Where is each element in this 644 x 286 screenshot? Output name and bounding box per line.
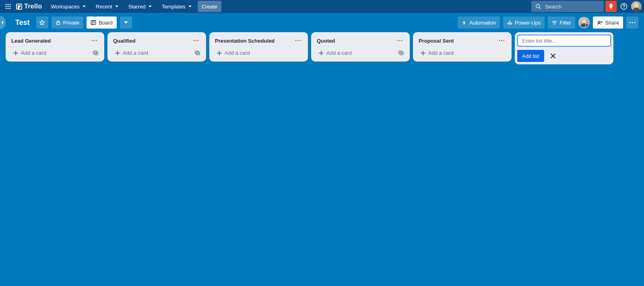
add-card-button[interactable]: Add a card bbox=[214, 48, 304, 58]
chevron-down-icon bbox=[82, 4, 86, 8]
chevron-down-icon bbox=[115, 4, 119, 8]
svg-point-12 bbox=[623, 8, 624, 8]
list: Proposal Sent ··· Add a card bbox=[413, 32, 512, 62]
svg-point-2 bbox=[10, 4, 11, 5]
list: Lead Generated ··· Add a card bbox=[6, 32, 104, 62]
plus-icon bbox=[115, 50, 120, 56]
plus-icon bbox=[217, 50, 222, 56]
list-title[interactable]: Presentation Scheduled bbox=[215, 38, 275, 44]
board-menu-button[interactable] bbox=[626, 16, 638, 29]
nav-starred[interactable]: Starred bbox=[124, 1, 156, 12]
search-input[interactable] bbox=[544, 3, 600, 10]
share-button[interactable]: Share bbox=[593, 16, 623, 29]
nav-label: Recent bbox=[96, 4, 112, 10]
star-icon bbox=[39, 20, 45, 26]
add-card-label: Add a card bbox=[123, 50, 148, 56]
svg-point-0 bbox=[6, 4, 7, 5]
apps-switcher-icon[interactable] bbox=[2, 1, 14, 12]
board-title[interactable]: Test bbox=[12, 19, 33, 27]
add-card-label: Add a card bbox=[21, 50, 46, 56]
add-list-submit-button[interactable]: Add list bbox=[517, 50, 544, 62]
plus-icon bbox=[13, 50, 19, 56]
svg-point-25 bbox=[634, 22, 635, 23]
help-button[interactable] bbox=[618, 1, 630, 12]
svg-point-20 bbox=[598, 21, 600, 23]
brand-logo[interactable]: Trello bbox=[15, 3, 45, 10]
filter-button[interactable]: Filter bbox=[548, 16, 575, 29]
add-card-label: Add a card bbox=[225, 50, 250, 56]
user-avatar[interactable] bbox=[631, 1, 642, 12]
privacy-label: Private bbox=[63, 20, 79, 26]
list-menu-button[interactable]: ··· bbox=[90, 36, 99, 45]
board-view-button[interactable]: Board bbox=[87, 16, 117, 29]
nav-recent[interactable]: Recent bbox=[92, 1, 123, 12]
add-card-label: Add a card bbox=[326, 50, 352, 56]
plus-icon bbox=[420, 50, 426, 56]
svg-point-9 bbox=[536, 4, 540, 8]
svg-point-7 bbox=[8, 8, 9, 9]
close-icon bbox=[550, 53, 556, 59]
share-label: Share bbox=[605, 20, 619, 26]
plus-icon bbox=[318, 50, 324, 56]
list: Quoted ··· Add a card bbox=[311, 32, 410, 62]
card-template-button[interactable] bbox=[396, 48, 406, 58]
help-icon bbox=[620, 3, 627, 10]
add-card-button[interactable]: Add a card bbox=[112, 48, 193, 58]
add-card-label: Add a card bbox=[428, 50, 454, 56]
nav-label: Workspaces bbox=[51, 4, 79, 10]
list-menu-button[interactable]: ··· bbox=[395, 36, 405, 45]
share-icon bbox=[597, 20, 603, 25]
add-list-composer: Add list bbox=[515, 32, 613, 64]
power-ups-button[interactable]: Power-Ups bbox=[503, 16, 545, 29]
svg-point-24 bbox=[632, 22, 633, 23]
search-field[interactable] bbox=[531, 1, 604, 12]
list-title[interactable]: Qualified bbox=[113, 38, 136, 44]
list-menu-button[interactable]: ··· bbox=[293, 36, 303, 45]
list-menu-button[interactable]: ··· bbox=[192, 36, 201, 45]
chevron-down-icon bbox=[188, 4, 192, 8]
new-list-title-input[interactable] bbox=[517, 35, 611, 47]
svg-point-8 bbox=[10, 8, 11, 9]
power-up-icon bbox=[507, 20, 512, 25]
svg-line-10 bbox=[539, 8, 541, 9]
bolt-icon bbox=[462, 20, 467, 25]
nav-workspaces[interactable]: Workspaces bbox=[47, 1, 90, 12]
card-template-button[interactable] bbox=[91, 48, 100, 58]
view-switcher-button[interactable] bbox=[120, 16, 132, 29]
create-button[interactable]: Create bbox=[198, 1, 221, 12]
close-composer-button[interactable] bbox=[548, 51, 558, 61]
add-card-button[interactable]: Add a card bbox=[10, 48, 91, 58]
power-ups-label: Power-Ups bbox=[515, 20, 541, 26]
add-card-button[interactable]: Add a card bbox=[316, 48, 396, 58]
automation-label: Automation bbox=[469, 20, 496, 26]
board-member-avatar[interactable] bbox=[578, 17, 590, 28]
search-icon bbox=[535, 4, 541, 9]
lock-icon bbox=[56, 20, 61, 25]
star-board-button[interactable] bbox=[36, 16, 48, 29]
list: Presentation Scheduled ··· Add a card bbox=[209, 32, 308, 62]
brand-name: Trello bbox=[24, 3, 42, 10]
more-icon bbox=[629, 22, 636, 23]
list-menu-button[interactable]: ··· bbox=[497, 36, 507, 45]
list-title[interactable]: Proposal Sent bbox=[419, 38, 454, 44]
nav-templates[interactable]: Templates bbox=[158, 1, 196, 12]
privacy-button[interactable]: Private bbox=[52, 16, 83, 29]
nav-label: Starred bbox=[128, 4, 146, 10]
filter-label: Filter bbox=[559, 20, 571, 26]
nav-label: Templates bbox=[162, 4, 186, 10]
add-card-button[interactable]: Add a card bbox=[418, 48, 508, 58]
automation-button[interactable]: Automation bbox=[458, 16, 500, 29]
trello-mark-icon bbox=[16, 4, 22, 10]
chevron-down-icon bbox=[148, 4, 152, 8]
premium-rocket-button[interactable] bbox=[605, 1, 617, 12]
board-header: Test Private Board Automation Power-Ups … bbox=[0, 13, 644, 32]
list-title[interactable]: Lead Generated bbox=[11, 38, 51, 44]
chevron-down-icon bbox=[124, 20, 128, 25]
svg-point-6 bbox=[6, 8, 7, 9]
open-sidebar-button[interactable] bbox=[0, 16, 6, 29]
list-title[interactable]: Quoted bbox=[317, 38, 335, 44]
chevron-right-icon bbox=[1, 21, 4, 25]
filter-icon bbox=[552, 20, 557, 25]
card-template-button[interactable] bbox=[193, 48, 202, 58]
svg-rect-13 bbox=[56, 22, 60, 25]
